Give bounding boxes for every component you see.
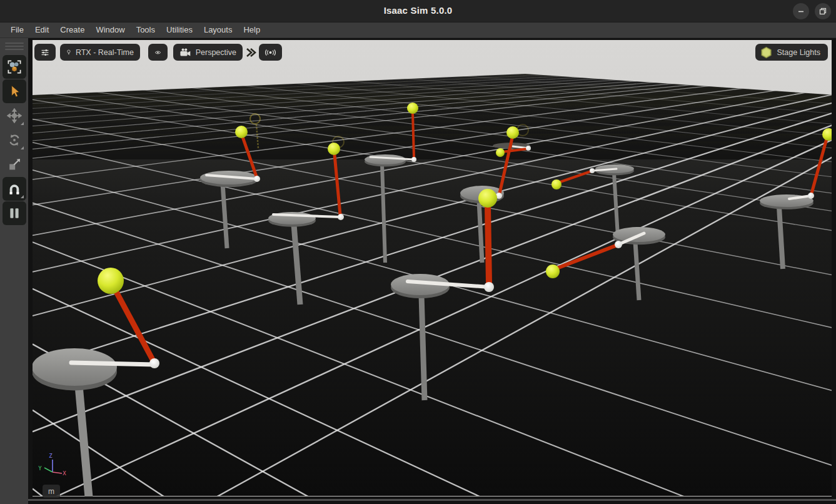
- restore-squares-icon: [819, 8, 827, 15]
- viewport-3d-scene[interactable]: ZYX: [33, 40, 832, 496]
- sliders-icon: [41, 47, 49, 58]
- pointer-tool-button[interactable]: [3, 79, 26, 103]
- menu-item-tools[interactable]: Tools: [131, 23, 161, 38]
- menu-item-layouts[interactable]: Layouts: [198, 23, 238, 38]
- window-controls: [793, 3, 831, 19]
- units-label: m: [48, 487, 54, 496]
- minimize-icon: [797, 8, 805, 15]
- double-chevron-icon: [245, 47, 256, 58]
- playbar-button[interactable]: [3, 201, 26, 225]
- stage-lights-button[interactable]: Stage Lights: [755, 44, 828, 61]
- dropdown-corner: [21, 195, 24, 198]
- scale-icon: [7, 157, 22, 172]
- camera-label: Perspective: [196, 48, 236, 57]
- bulb-icon: [66, 47, 71, 58]
- select-mode-button[interactable]: [3, 55, 26, 79]
- pause-bars-icon: [7, 206, 22, 221]
- menu-item-edit[interactable]: Edit: [29, 23, 54, 38]
- dropdown-corner: [21, 122, 24, 125]
- svg-text:Y: Y: [38, 465, 42, 471]
- menu-item-help[interactable]: Help: [238, 23, 266, 38]
- scale-tool-button[interactable]: [3, 153, 26, 176]
- left-toolbar: [0, 38, 28, 504]
- select-mode-icon: [7, 59, 22, 74]
- viewport: ZYX RTX - Real-Time: [28, 38, 836, 504]
- snap-tool-button[interactable]: [3, 177, 26, 201]
- window-title: Isaac Sim 5.0.0: [0, 5, 836, 16]
- menu-item-file[interactable]: File: [5, 23, 29, 38]
- menu-item-create[interactable]: Create: [54, 23, 90, 38]
- snap-magnet-icon: [7, 181, 22, 196]
- viewport-toolbar: RTX - Real-Time Perspective: [34, 44, 282, 61]
- app-window: Isaac Sim 5.0.0 FileEditCreateWindowTool…: [0, 0, 836, 504]
- toolbar-expand-button[interactable]: [244, 44, 258, 61]
- minimize-button[interactable]: [793, 3, 809, 19]
- title-bar: Isaac Sim 5.0.0: [0, 0, 836, 23]
- stage-lights-label: Stage Lights: [777, 48, 821, 57]
- renderer-button[interactable]: RTX - Real-Time: [60, 44, 140, 61]
- capture-icon: [265, 48, 276, 57]
- viewport-bottom-divider: [28, 499, 836, 501]
- rotate-tool-button[interactable]: [3, 128, 26, 152]
- eye-icon: [154, 48, 161, 57]
- move-tool-button[interactable]: [3, 104, 26, 128]
- rotate-icon: [7, 133, 22, 148]
- move-icon: [7, 108, 22, 123]
- pointer-icon: [7, 84, 22, 99]
- svg-text:X: X: [63, 470, 66, 476]
- svg-text:Z: Z: [49, 453, 53, 459]
- menu-bar: FileEditCreateWindowToolsUtilitiesLayout…: [0, 23, 836, 38]
- capture-button[interactable]: [259, 44, 282, 61]
- restore-button[interactable]: [815, 3, 831, 19]
- camera-icon: [179, 48, 191, 58]
- camera-button[interactable]: Perspective: [173, 44, 243, 61]
- dropdown-corner: [21, 146, 24, 149]
- viewport-settings-button[interactable]: [34, 44, 56, 61]
- toolbar-grip-handle[interactable]: [5, 43, 24, 50]
- units-chip[interactable]: m: [43, 485, 60, 498]
- menu-item-window[interactable]: Window: [90, 23, 130, 38]
- menu-item-utilities[interactable]: Utilities: [161, 23, 198, 38]
- hexagon-light-icon: [760, 46, 772, 59]
- visibility-button[interactable]: [148, 44, 168, 61]
- renderer-label: RTX - Real-Time: [76, 48, 134, 57]
